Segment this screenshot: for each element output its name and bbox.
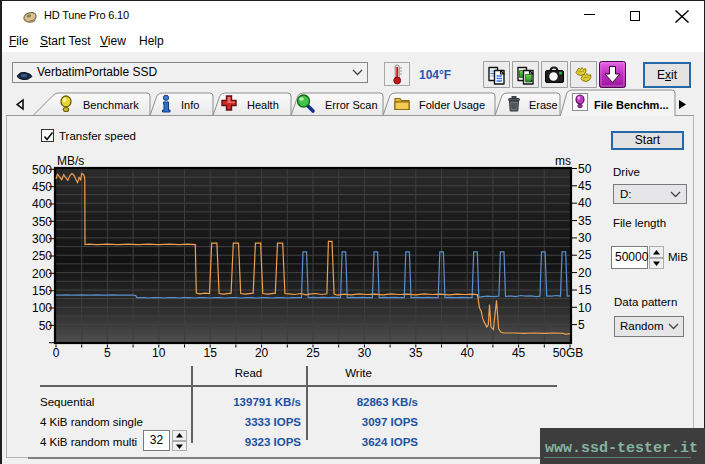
svg-text:45: 45 <box>578 179 592 193</box>
svg-text:25: 25 <box>306 346 320 360</box>
svg-text:Erase: Erase <box>529 99 558 111</box>
svg-text:Health: Health <box>247 99 279 111</box>
svg-text:350: 350 <box>32 215 52 229</box>
svg-text:400: 400 <box>32 197 52 211</box>
svg-text:ms: ms <box>555 154 571 168</box>
svg-text:15: 15 <box>578 283 592 297</box>
svg-text:20: 20 <box>578 266 592 280</box>
svg-text:20: 20 <box>255 346 269 360</box>
svg-text:10: 10 <box>578 301 592 315</box>
svg-text:15: 15 <box>204 346 218 360</box>
svg-text:5: 5 <box>578 318 585 332</box>
svg-text:30: 30 <box>358 346 372 360</box>
svg-text:150: 150 <box>32 284 52 298</box>
svg-text:35: 35 <box>409 346 423 360</box>
svg-text:450: 450 <box>32 180 52 194</box>
svg-text:Info: Info <box>181 99 199 111</box>
svg-text:Benchmark: Benchmark <box>83 99 139 111</box>
svg-text:200: 200 <box>32 267 52 281</box>
svg-text:25: 25 <box>578 248 592 262</box>
svg-text:30: 30 <box>578 231 592 245</box>
svg-text:40: 40 <box>578 196 592 210</box>
svg-text:35: 35 <box>578 214 592 228</box>
svg-text:50: 50 <box>39 319 53 333</box>
svg-text:File Benchm...: File Benchm... <box>594 99 669 111</box>
svg-text:100: 100 <box>32 301 52 315</box>
svg-text:500: 500 <box>32 163 52 177</box>
svg-text:0: 0 <box>53 346 60 360</box>
svg-text:5: 5 <box>104 346 111 360</box>
svg-text:250: 250 <box>32 249 52 263</box>
svg-text:50: 50 <box>578 162 592 176</box>
svg-text:40: 40 <box>461 346 475 360</box>
svg-text:MB/s: MB/s <box>57 154 84 168</box>
svg-text:50GB: 50GB <box>553 346 584 360</box>
svg-text:45: 45 <box>512 346 526 360</box>
svg-text:Error Scan: Error Scan <box>325 99 378 111</box>
svg-text:Folder Usage: Folder Usage <box>419 99 485 111</box>
svg-text:10: 10 <box>152 346 166 360</box>
svg-text:300: 300 <box>32 232 52 246</box>
